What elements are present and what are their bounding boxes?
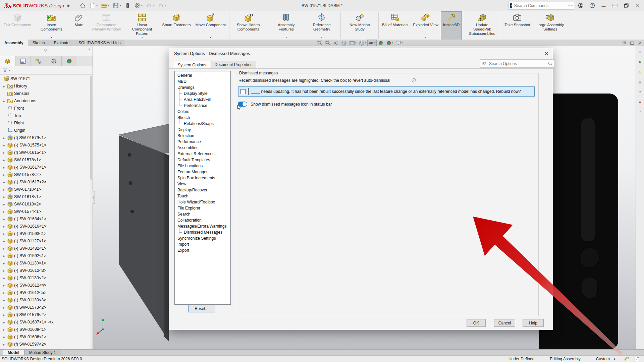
search-icon[interactable]: [548, 61, 553, 66]
expand-arrow-icon[interactable]: ▸: [2, 239, 6, 243]
options-category[interactable]: General: [175, 72, 230, 78]
tree-item-sw-01710-1-[interactable]: ▸ SW-01710<1>: [0, 186, 90, 193]
command-tab[interactable]: Evaluate: [49, 40, 74, 46]
options-category[interactable]: Spin Box Increments: [175, 175, 230, 181]
status-tag-icon[interactable]: [624, 356, 629, 362]
menu-expand-icon[interactable]: ▶: [67, 4, 70, 7]
expand-arrow-icon[interactable]: ▸: [2, 136, 6, 140]
expand-arrow-icon[interactable]: ▸: [2, 261, 6, 265]
search-dropdown-icon[interactable]: ▾: [571, 4, 573, 7]
task-pane-button[interactable]: [637, 69, 643, 75]
quick-access-button[interactable]: ▾: [156, 1, 167, 10]
options-category[interactable]: File Locations: [175, 163, 230, 169]
view-tool-button[interactable]: ▾: [385, 40, 394, 46]
options-category[interactable]: Assemblies: [175, 145, 230, 151]
tree-item--sw-01575-1-[interactable]: ▸ (-) SW-01575<1>: [0, 141, 90, 149]
expand-arrow-icon[interactable]: ▸: [2, 180, 6, 184]
tree-item-sw-01578-2-[interactable]: ▸ SW-01578<2>: [0, 171, 90, 178]
ok-button[interactable]: OK: [467, 319, 486, 327]
expand-arrow-icon[interactable]: ▸: [2, 269, 6, 273]
ribbon-button-take-snapshot[interactable]: Take Snapshot: [502, 11, 532, 40]
tree-item--sw-01617-1-[interactable]: ▸ (-) SW-01617<1>: [0, 164, 90, 171]
expand-arrow-icon[interactable]: ▸: [2, 343, 6, 346]
tree-item--f-sw-01579-1-[interactable]: ▸ (f) SW-01579<1>: [0, 134, 90, 141]
search-icon[interactable]: [568, 3, 570, 8]
tree-item--sw-01592-1-[interactable]: ▸ (-) SW-01592<1>: [0, 252, 90, 259]
tree-item--sw-01130-2-[interactable]: ▸ (-) SW-01130<2>: [0, 274, 90, 282]
tree-item-annotations[interactable]: ▸ A Annotations: [0, 97, 90, 105]
expand-arrow-icon[interactable]: ▸: [2, 328, 6, 331]
options-category[interactable]: Synchronize Settings: [175, 235, 230, 241]
ribbon-button-instant3d[interactable]: Instant3D: [441, 11, 462, 40]
expand-arrow-icon[interactable]: ▸: [2, 335, 6, 339]
expand-arrow-icon[interactable]: ▸: [2, 173, 6, 177]
expand-arrow-icon[interactable]: ▸: [2, 188, 6, 191]
options-category[interactable]: Messages/Errors/Warnings: [175, 223, 230, 229]
options-category[interactable]: Performance: [175, 103, 230, 109]
tree-item--sw-01127-1-[interactable]: ▸ (-) SW-01127<1>: [0, 237, 90, 245]
command-tab[interactable]: Assembly: [0, 40, 28, 46]
view-tool-button[interactable]: ▾: [394, 40, 404, 46]
cancel-button[interactable]: Cancel: [494, 319, 515, 327]
doc-restore-icon[interactable]: [622, 41, 627, 45]
tree-item-sw-01618-1-[interactable]: ▸ SW-01618<1>: [0, 193, 90, 200]
ribbon-button-linear-component-pattern[interactable]: Linear Component Pattern▾: [124, 11, 160, 40]
options-category[interactable]: Relations/Snaps: [175, 121, 230, 127]
view-tool-button[interactable]: ▾: [358, 40, 367, 46]
feature-manager-tab[interactable]: [0, 56, 15, 66]
panel-expand-icon[interactable]: ›: [86, 46, 93, 52]
tree-item-sw-01618-2-[interactable]: ▸ SW-01618<2>: [0, 200, 90, 208]
ribbon-button-assembly-features[interactable]: Assembly Features▾: [268, 11, 304, 40]
view-tool-button[interactable]: ▾: [324, 40, 332, 46]
task-pane-button[interactable]: [637, 79, 643, 85]
expand-arrow-icon[interactable]: ▸: [2, 298, 6, 302]
ribbon-button-mate[interactable]: Mate: [69, 11, 89, 40]
view-tool-button[interactable]: ▾: [367, 40, 377, 46]
options-category[interactable]: View: [175, 181, 230, 187]
panel-splitter[interactable]: ⋮: [93, 191, 95, 204]
search-commands-box[interactable]: › ▾: [508, 2, 574, 10]
command-tab[interactable]: Sketch: [28, 40, 50, 46]
options-category[interactable]: Dismissed Messages: [175, 229, 230, 235]
view-tool-button[interactable]: ▾: [340, 40, 348, 46]
feature-manager-tab[interactable]: [46, 56, 62, 66]
tree-item--f-sw-01615-1-[interactable]: ▸ (f) SW-01615<1>: [0, 149, 90, 156]
tree-item-history[interactable]: ▸ History: [0, 82, 90, 90]
panes-button[interactable]: [610, 1, 620, 10]
dialog-tab[interactable]: Document Properties: [211, 61, 257, 68]
options-category[interactable]: Touch: [175, 193, 230, 199]
dismissed-message-row[interactable]: ____ needs updating. It has not been reb…: [238, 86, 535, 97]
ribbon-button-show-hidden-components[interactable]: Show Hidden Components: [230, 11, 266, 40]
tree-item--f-sw-01573-2-[interactable]: ▸ (f) SW-01573<2>: [0, 304, 90, 311]
search-commands-input[interactable]: [514, 3, 567, 8]
expand-arrow-icon[interactable]: ▸: [2, 291, 6, 295]
close-button[interactable]: [633, 1, 643, 10]
feature-manager-tab[interactable]: [62, 56, 77, 66]
tree-item-right[interactable]: ▸ Right: [0, 119, 90, 127]
options-category[interactable]: Drawings: [175, 84, 230, 90]
minimize-button[interactable]: [598, 1, 608, 10]
task-pane-button[interactable]: [637, 49, 643, 55]
expand-arrow-icon[interactable]: ▸: [2, 99, 6, 103]
ribbon-button-move-component[interactable]: Move Component▾: [193, 11, 228, 40]
ribbon-button-exploded-view[interactable]: Exploded View▾: [411, 11, 441, 40]
expand-arrow-icon[interactable]: ▸: [2, 158, 6, 162]
restore-button[interactable]: [621, 1, 631, 10]
tree-item--f-sw-01597-2-[interactable]: ▸ (f) SW-01597<2>: [0, 341, 90, 348]
status-configuration[interactable]: Custom: [596, 357, 610, 361]
quick-access-button[interactable]: ▾: [123, 1, 132, 10]
expand-arrow-icon[interactable]: ▸: [2, 306, 6, 309]
options-category[interactable]: FeatureManager: [175, 169, 230, 175]
tree-root-item[interactable]: SW-01571: [0, 75, 90, 82]
task-pane-button[interactable]: [637, 59, 643, 65]
expand-arrow-icon[interactable]: ▸: [2, 217, 6, 221]
task-pane-button[interactable]: [637, 109, 643, 116]
options-category[interactable]: External References: [175, 151, 230, 157]
view-tool-button[interactable]: ▾: [316, 40, 324, 46]
expand-arrow-icon[interactable]: ▸: [2, 313, 6, 317]
doc-close-icon[interactable]: [638, 41, 642, 45]
tree-item--sw-01130-3-[interactable]: ▸ (-) SW-01130<3>: [0, 296, 90, 304]
task-pane-button[interactable]: [637, 89, 643, 96]
expand-arrow-icon[interactable]: ▸: [2, 276, 6, 280]
options-category[interactable]: Area Hatch/Fill: [175, 97, 230, 103]
